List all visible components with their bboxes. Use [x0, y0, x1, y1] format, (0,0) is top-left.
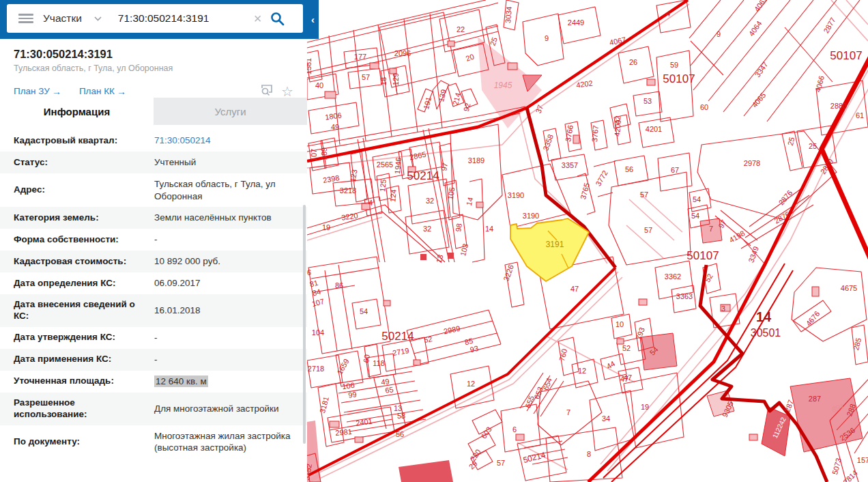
parcel-number-label: 12	[467, 380, 475, 388]
info-row-label: Статус:	[14, 157, 141, 169]
info-row-label: Дата определения КС:	[14, 278, 141, 289]
parcel-number-label: 3347	[753, 60, 770, 79]
parcel-number-label: 3	[721, 304, 725, 313]
search-icon[interactable]	[270, 12, 285, 26]
parcel-number-label: 52	[423, 335, 433, 344]
parcel-number-label: 18	[379, 77, 388, 85]
parcel-number-label: 4066	[813, 75, 826, 94]
parcel-number-label: 10	[616, 320, 624, 328]
parcel-number-label: 57	[640, 190, 648, 199]
parcel-number-label: 61	[856, 111, 864, 119]
info-row: Кадастровая стоимость:10 892 000 руб.	[0, 251, 307, 272]
parcel-number-label: 3190	[508, 191, 524, 199]
parcel-number-label: 97	[439, 162, 449, 171]
info-row-value: 16.01.2018	[154, 304, 300, 317]
parcel-number-label: 3349	[747, 245, 760, 264]
parcel-number-label: 56	[396, 430, 404, 438]
parcel-number-label: 4	[666, 10, 670, 18]
parcel-number-label: 3218	[340, 186, 356, 195]
parcel-number-label: 93	[469, 344, 479, 354]
info-row: По документу:Многоэтажная жилая застройк…	[0, 425, 307, 459]
parcel-number-label: 3772	[594, 169, 609, 187]
parcel-number-label: 107	[310, 149, 318, 161]
parcel-number-label: 40	[315, 81, 323, 89]
parcel-number-label: 81	[308, 279, 319, 289]
parcel-number-label: 4202	[575, 79, 593, 89]
tab-services[interactable]: Услуги	[154, 98, 307, 125]
parcel-number-label: 177	[354, 53, 366, 61]
parcel-number-label: 13	[435, 253, 445, 264]
info-row-value: 12 640 кв. м	[154, 375, 300, 388]
plan-zu-link[interactable]: План ЗУ→	[14, 86, 61, 97]
parcel-number-label: 4198	[727, 229, 746, 244]
parcel-number-label: 19	[322, 223, 330, 231]
parcel-number-label: 3362	[665, 272, 681, 281]
parcel-number-label: 22	[457, 25, 465, 33]
parcel-number-label: 20	[465, 53, 476, 63]
parcel-number-label: 287	[809, 395, 821, 403]
parcel-number-label: 3363	[676, 292, 693, 300]
info-row-value: -	[154, 354, 300, 366]
parcel-number-label: 54	[693, 195, 701, 203]
parcel-number-label: 50214	[381, 330, 414, 343]
parcel-number-label: 3767	[590, 125, 600, 142]
parcel-number-label: 6	[307, 268, 311, 277]
info-row-label: Категория земель:	[14, 212, 141, 224]
parcel-header: 71:30:050214:3191 Тульская область, г Ту…	[0, 39, 307, 98]
parcel-number-label: 103	[459, 243, 469, 257]
parcel-number-label: 58	[397, 412, 405, 420]
clear-search-icon[interactable]: ×	[254, 12, 262, 25]
parcel-number-label: 2981	[335, 427, 352, 437]
info-row-label: Дата внесения сведений о КС:	[14, 299, 141, 322]
parcel-number-label: 34	[602, 414, 610, 423]
parcel-number-label: 3765	[579, 182, 591, 201]
info-row-value: Земли населённых пунктов	[154, 212, 300, 224]
parcel-number-label: 3189	[468, 156, 484, 165]
info-row-value: 06.09.2017	[154, 277, 300, 289]
arrow-icon: →	[117, 86, 126, 97]
info-row: Кадастровый квартал:71:30:050214	[0, 130, 307, 152]
info-row-value-link[interactable]: 71:30:050214	[154, 134, 300, 147]
info-panel: Участки × 71:30:050214:3191 Тульская обл…	[0, 0, 307, 482]
info-row-label: Уточненная площадь:	[14, 375, 141, 387]
map-canvas[interactable]: 1581177209657181294018061911392149222202…	[307, 0, 868, 482]
zoom-to-object-icon[interactable]	[261, 84, 274, 98]
search-input[interactable]	[117, 12, 252, 25]
parcel-number-label: 47	[570, 285, 579, 293]
parcel-number-label: 50107	[686, 249, 719, 262]
parcel-number-label: 44	[605, 359, 617, 371]
info-row: Форма собственности:-	[0, 229, 307, 251]
tab-information[interactable]: Информация	[0, 98, 154, 125]
info-table: Кадастровый квартал:71:30:050214Статус:У…	[0, 130, 307, 459]
parcel-number-label: 25	[786, 136, 796, 146]
parcel-number-label: 220	[469, 448, 482, 463]
favorite-star-icon[interactable]: ☆	[281, 85, 293, 98]
info-row: Дата применения КС:-	[0, 349, 307, 371]
cadastral-map[interactable]: 1581177209657181294018061911392149222202…	[307, 0, 868, 482]
menu-icon[interactable]	[18, 14, 33, 23]
parcel-number-label: 3357	[562, 161, 578, 169]
parcel-number-label: 2989	[443, 324, 461, 336]
parcel-number-label: 1659	[335, 357, 351, 375]
info-row-value: Учтенный	[154, 156, 300, 169]
parcel-number-label: 191	[422, 96, 433, 111]
chevron-left-icon: ‹	[311, 14, 315, 25]
parcel-number-label: 655	[523, 395, 536, 409]
collapse-panel-button[interactable]: ‹	[307, 0, 319, 39]
parcel-number-label: 54	[691, 212, 699, 220]
info-row: Категория земель:Земли населённых пункто…	[0, 207, 307, 229]
selected-parcel-3191[interactable]	[510, 218, 589, 281]
parcel-number-label: 86	[335, 281, 343, 289]
parcel-number-label: 4201	[646, 125, 662, 133]
parcel-number-label: 2719	[392, 346, 409, 357]
panel-scrollbar[interactable]	[303, 205, 306, 444]
parcel-number-label: 2876	[777, 188, 794, 206]
plan-kk-link[interactable]: План КК→	[79, 86, 126, 97]
search-category-dropdown[interactable]: Участки	[43, 12, 102, 25]
panel-tabs: Информация Услуги	[0, 98, 307, 125]
parcel-number-label: 50107	[830, 49, 862, 62]
parcel-number-label: 1945	[494, 81, 512, 90]
info-row-label: Разрешенное использование:	[14, 397, 141, 421]
parcel-number-label: 50214	[522, 450, 547, 465]
info-row: Дата внесения сведений о КС:16.01.2018	[0, 294, 307, 327]
